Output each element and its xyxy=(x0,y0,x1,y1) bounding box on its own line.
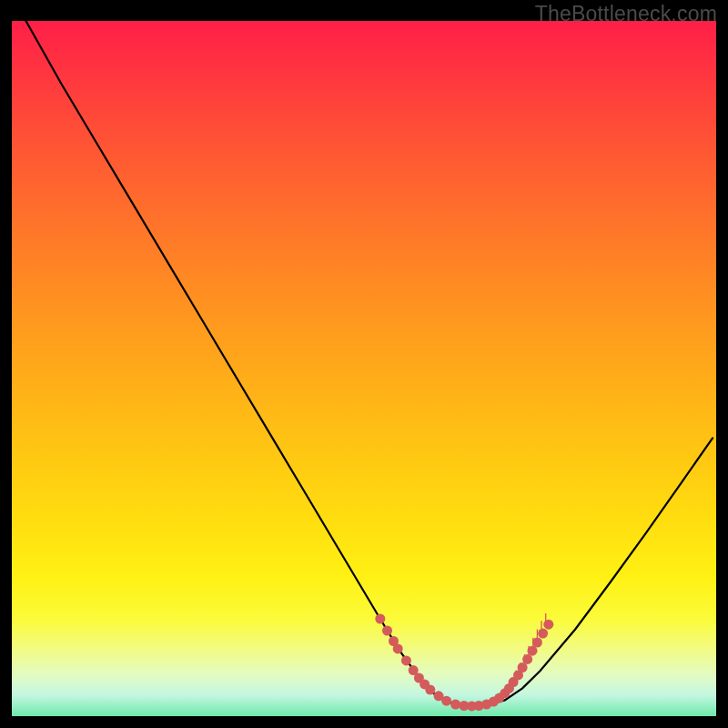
marker-dot xyxy=(375,614,385,624)
chart-plot xyxy=(12,21,716,716)
marker-dot xyxy=(450,700,460,710)
marker-dot xyxy=(538,629,548,639)
marker-dot xyxy=(522,654,532,664)
marker-dot xyxy=(401,655,411,665)
bottleneck-curve xyxy=(26,21,713,706)
marker-dot xyxy=(543,620,553,630)
marker-dot xyxy=(393,643,403,653)
marker-dot xyxy=(425,685,435,695)
marker-dot xyxy=(532,638,542,648)
marker-dot xyxy=(382,626,392,636)
marker-dots-layer xyxy=(375,614,553,712)
marker-dot xyxy=(441,696,451,706)
marker-dot xyxy=(518,662,528,672)
marker-dot xyxy=(528,646,538,656)
